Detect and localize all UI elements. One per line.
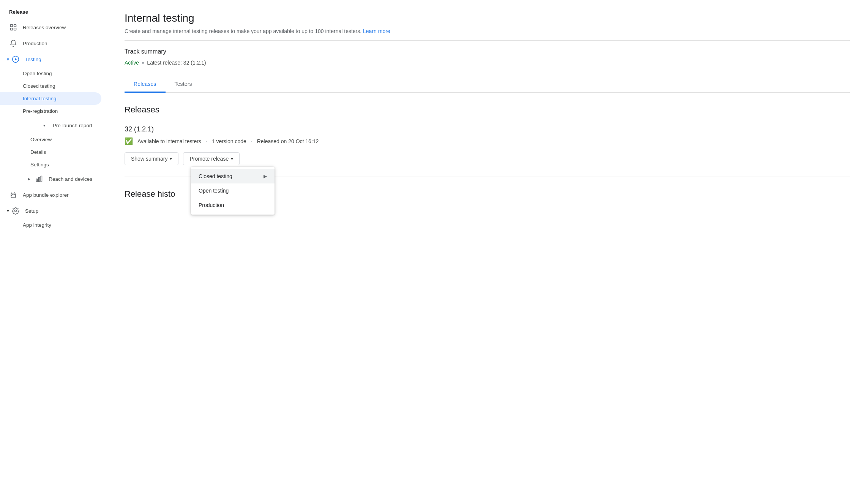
- check-circle-icon: ✅: [125, 137, 133, 145]
- show-summary-label: Show summary: [131, 156, 167, 162]
- bar-chart-icon: [35, 175, 43, 183]
- sidebar-item-label: Pre-registration: [23, 108, 58, 114]
- tabs-container: Releases Testers: [125, 76, 850, 93]
- release-version: 32 (1.2.1): [125, 125, 850, 133]
- svg-marker-5: [15, 58, 17, 61]
- sidebar-item-overview[interactable]: Overview: [0, 133, 101, 146]
- svg-rect-0: [11, 25, 13, 27]
- sidebar-item-reach-devices[interactable]: ▸ Reach and devices: [0, 171, 101, 187]
- release-version-code: 1 version code: [212, 138, 246, 144]
- sidebar-item-closed-testing[interactable]: Closed testing: [0, 80, 101, 92]
- action-row: Show summary ▾ Promote release ▾ Closed …: [125, 152, 850, 165]
- main-content: Internal testing Create and manage inter…: [106, 0, 868, 493]
- svg-rect-7: [39, 177, 40, 182]
- sidebar-item-label: Internal testing: [23, 96, 57, 101]
- svg-line-12: [14, 192, 15, 193]
- svg-rect-8: [41, 176, 42, 182]
- svg-rect-6: [36, 179, 38, 182]
- promote-release-dropdown: Closed testing ▶ Open testing Production: [191, 167, 275, 215]
- play-circle-icon: [11, 55, 20, 63]
- dropdown-item-label: Open testing: [199, 188, 229, 194]
- learn-more-link[interactable]: Learn more: [363, 28, 390, 34]
- sidebar-item-label: Overview: [30, 137, 52, 142]
- svg-point-13: [15, 210, 17, 212]
- sidebar-item-releases-overview[interactable]: Releases overview: [0, 19, 101, 35]
- sidebar-item-settings[interactable]: Settings: [0, 158, 101, 171]
- dropdown-item-label: Production: [199, 202, 224, 208]
- svg-line-11: [11, 192, 12, 193]
- svg-rect-3: [14, 28, 16, 30]
- mid-dot-2: ·: [251, 138, 253, 144]
- dropdown-item-open-testing[interactable]: Open testing: [191, 183, 275, 198]
- android-icon: [9, 191, 17, 199]
- svg-rect-1: [14, 25, 16, 27]
- sidebar-item-internal-testing[interactable]: Internal testing: [0, 92, 101, 105]
- sidebar-item-pre-registration[interactable]: Pre-registration: [0, 105, 101, 117]
- release-card: 32 (1.2.1) ✅ Available to internal teste…: [125, 125, 850, 165]
- release-status: Available to internal testers: [137, 138, 201, 144]
- svg-rect-2: [11, 28, 13, 30]
- tab-releases[interactable]: Releases: [125, 76, 166, 93]
- chevron-down-icon: ▾: [43, 123, 45, 128]
- sidebar-section-title: Release: [0, 6, 106, 19]
- grid-icon: [9, 23, 17, 32]
- chevron-down-icon: ▾: [170, 156, 172, 161]
- dropdown-item-production[interactable]: Production: [191, 198, 275, 212]
- release-date: Released on 20 Oct 16:12: [257, 138, 319, 144]
- chevron-down-icon: ▾: [7, 208, 9, 213]
- page-description: Create and manage internal testing relea…: [125, 28, 850, 34]
- sidebar-item-label: Details: [30, 149, 46, 155]
- releases-heading: Releases: [125, 105, 850, 115]
- separator-dot: [142, 62, 144, 64]
- sidebar-item-open-testing[interactable]: Open testing: [0, 67, 101, 80]
- blank-icon: [9, 121, 17, 130]
- sidebar-item-label: App bundle explorer: [23, 192, 69, 198]
- sidebar-item-app-bundle[interactable]: App bundle explorer: [0, 187, 101, 203]
- show-summary-button[interactable]: Show summary ▾: [125, 152, 178, 165]
- sidebar-item-testing[interactable]: ▾ Testing: [0, 51, 101, 67]
- sidebar-item-label: Open testing: [23, 71, 52, 76]
- sidebar-item-setup[interactable]: ▾ Setup: [0, 203, 101, 219]
- gear-icon: [11, 207, 20, 215]
- sidebar-item-label: Releases overview: [23, 25, 66, 30]
- sidebar-item-label: Production: [23, 41, 47, 46]
- track-summary-title: Track summary: [125, 48, 850, 55]
- track-latest-release: Latest release: 32 (1.2.1): [147, 60, 206, 66]
- dropdown-item-closed-testing[interactable]: Closed testing ▶: [191, 169, 275, 183]
- sidebar-item-label: Pre-launch report: [53, 123, 92, 128]
- sidebar-item-label: Closed testing: [23, 83, 55, 89]
- chevron-right-icon: ▶: [264, 174, 267, 179]
- sidebar-item-production[interactable]: Production: [0, 35, 101, 51]
- sidebar: Release Releases overview Production ▾: [0, 0, 106, 493]
- sidebar-item-details[interactable]: Details: [0, 146, 101, 158]
- chevron-right-icon: ▸: [28, 176, 30, 182]
- sidebar-item-pre-launch-report[interactable]: ▾ Pre-launch report: [0, 117, 101, 133]
- sidebar-item-app-integrity[interactable]: App integrity: [0, 219, 101, 231]
- sidebar-item-label: App integrity: [23, 222, 51, 228]
- track-status: Active: [125, 60, 139, 66]
- promote-release-label: Promote release: [189, 156, 229, 162]
- track-meta: Active Latest release: 32 (1.2.1): [125, 60, 850, 66]
- sidebar-item-label: Setup: [25, 208, 38, 214]
- page-title: Internal testing: [125, 12, 850, 24]
- sidebar-item-label: Settings: [30, 162, 49, 167]
- tab-testers[interactable]: Testers: [166, 76, 201, 93]
- section-divider: [125, 40, 850, 41]
- mid-dot-1: ·: [206, 138, 207, 144]
- chevron-left-icon: ▾: [7, 57, 9, 62]
- dropdown-item-label: Closed testing: [199, 173, 232, 179]
- promote-release-button[interactable]: Promote release ▾: [183, 152, 240, 165]
- sidebar-item-label: Testing: [25, 57, 41, 62]
- bell-icon: [9, 39, 17, 47]
- sidebar-item-label: Reach and devices: [49, 176, 92, 182]
- release-meta: ✅ Available to internal testers · 1 vers…: [125, 137, 850, 145]
- chevron-down-icon: ▾: [231, 156, 233, 161]
